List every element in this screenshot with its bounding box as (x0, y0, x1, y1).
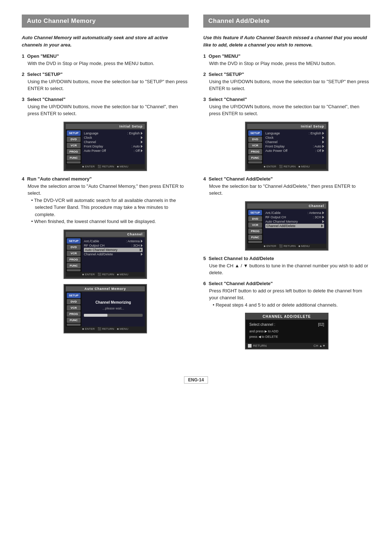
sidebar-prog: PROG (67, 257, 81, 262)
right-step-1-body: With the DVD in Stop or Play mode, press… (209, 60, 370, 67)
add-line: and press ▶ to ADD (249, 329, 324, 334)
right-step-5: 5 Select Channel to Add/Delete Use the C… (203, 256, 370, 276)
left-step-4-bullet1: • The DVD-VCR will automatic search for … (28, 197, 189, 225)
sidebar-extra (67, 324, 81, 326)
right-screen1-content: Language : English Clock Channel Fr (263, 130, 326, 164)
return-text: RETURN (253, 344, 267, 348)
arrow-icon (141, 240, 143, 243)
arrow-icon (321, 224, 323, 227)
right-step-4-body: Move the selection bar to "Channel Add/D… (209, 183, 370, 197)
left-step-3-body: Using the UP/DOWN buttons, move the sele… (28, 103, 189, 117)
right-step-4: 4 Select "Channel Add/Delete" Move the s… (203, 176, 370, 197)
arrow-icon (322, 145, 324, 148)
sidebar-prog: PROG (248, 228, 262, 234)
left-screen2-body: SETUP DVD VCR PROG FUNC Ant./Cable : Ant… (66, 238, 145, 272)
sidebar-func: FUNC (248, 235, 262, 240)
right-intro: Use this feature if Auto Channel Search … (203, 34, 370, 48)
return-label: RETURN (248, 344, 267, 348)
menu-row-channeladddel: Channel Add/Delete (84, 252, 143, 256)
right-screen2-sidebar: SETUP DVD VCR PROG FUNC (247, 209, 263, 244)
page-num-wrap: ENG-14 (22, 365, 370, 384)
arrow-icon (322, 136, 324, 139)
sidebar-setup: SETUP (67, 293, 81, 298)
arrow-icon (140, 248, 142, 251)
right-screen1-sidebar: SETUP DVD VCR PROG FUNC (247, 130, 263, 164)
right-step-1-title: 1 Open "MENU" (203, 53, 370, 59)
menu-row-channel: Channel (84, 140, 143, 144)
left-step-3-title: 3 Select "Channel" (22, 97, 189, 102)
right-step-2: 2 Select "SETUP" Using the UP/DOWN butto… (203, 72, 370, 92)
menu-row-channel: Channel (265, 140, 324, 144)
page-number: ENG-14 (184, 376, 208, 384)
menu-row-language: Language : English (84, 131, 143, 135)
right-step-3: 3 Select "Channel" Using the UP/DOWN but… (203, 97, 370, 117)
arrow-icon (322, 216, 324, 219)
sidebar-dvd: DVD (248, 216, 262, 222)
sidebar-dvd: DVD (248, 137, 262, 142)
square-icon (248, 344, 252, 348)
ch-add-del-footer: RETURN CH ▲▼ (246, 343, 328, 349)
progress-bar-outer (84, 314, 143, 317)
left-progress-screen: Auto Channel Memory SETUP DVD VCR PROG F… (64, 284, 147, 333)
left-step-4-title: 4 Run "Auto channel memory" (22, 176, 189, 182)
sidebar-setup: SETUP (67, 130, 81, 136)
arrow-icon (141, 244, 143, 247)
left-screen2-title: Channel (66, 232, 145, 237)
arrow-icon (141, 132, 143, 135)
sidebar-setup: SETUP (248, 130, 262, 136)
please-wait-label: ...please wait... (102, 307, 124, 310)
right-step-3-title: 3 Select "Channel" (203, 97, 370, 102)
sidebar-func: FUNC (67, 155, 81, 161)
right-screen2-content: Ant./Cable : Antenna RF Output CH : 3CH … (263, 209, 326, 244)
left-step-3: 3 Select "Channel" Using the UP/DOWN but… (22, 97, 189, 117)
menu-row-frontdisplay: Front Display : Auto (84, 144, 143, 149)
delete-line: press ◀ to DELETE (249, 334, 324, 340)
left-screen2-footer: ■ ENTER ⬛ RETURN ■ MENU (66, 272, 145, 277)
arrow-icon (141, 149, 143, 152)
arrow-icon (141, 145, 143, 148)
right-screen1-title: Initial Setup (247, 124, 326, 129)
sidebar-setup: SETUP (67, 238, 81, 244)
sidebar-func: FUNC (248, 155, 262, 161)
arrow-icon (322, 149, 324, 152)
ch-label: CH ▲▼ (314, 344, 326, 348)
left-screen1-footer: ■ ENTER ⬛ RETURN ■ MENU (66, 164, 145, 169)
right-step-2-body: Using the UP/DOWN buttons, move the sele… (209, 78, 370, 92)
menu-row-frontdisplay: Front Display : Auto (265, 144, 324, 149)
left-screen1-title: Initial Setup (66, 124, 145, 129)
left-screen1-body: SETUP DVD VCR PROG FUNC Language : Engli… (66, 130, 145, 164)
arrow-icon (141, 253, 143, 256)
left-step-1-body: With the DVD in Stop or Play mode, press… (28, 60, 189, 67)
sidebar-extra (67, 161, 81, 163)
menu-row-autopoweroff: Auto Power Off : Off (84, 149, 143, 153)
left-step-1: 1 Open "MENU" With the DVD in Stop or Pl… (22, 53, 189, 67)
left-step-4-body: Move the selection arrow to "Auto Channe… (28, 183, 189, 197)
ch-add-del-body: Select channel : [02] and press ▶ to ADD… (246, 320, 328, 343)
right-step-6-bullet: • Repeat steps 4 and 5 to add or delete … (209, 301, 370, 309)
right-step-5-title: 5 Select Channel to Add/Delete (203, 256, 370, 261)
menu-row-channeladddel: Channel Add/Delete (265, 224, 324, 228)
arrow-icon (141, 141, 143, 143)
menu-row-clock: Clock (265, 135, 324, 140)
sidebar-setup: SETUP (248, 210, 262, 215)
menu-row-rfoutput: RF Output CH : 3CH (84, 243, 143, 248)
left-screen2-content: Ant./Cable : Antenna RF Output CH : 3CH … (82, 238, 145, 272)
right-step-2-title: 2 Select "SETUP" (203, 72, 370, 77)
menu-row-clock: Clock (84, 135, 143, 140)
page: Auto Channel Memory Auto Channel Memory … (0, 0, 392, 555)
right-step-4-title: 4 Select "Channel Add/Delete" (203, 176, 370, 182)
ch-add-del-btns: and press ▶ to ADD press ◀ to DELETE (249, 329, 324, 340)
left-column: Auto Channel Memory Auto Channel Memory … (22, 15, 189, 355)
arrow-icon (322, 220, 324, 223)
left-step-2: 2 Select "SETUP" Using the UP/DOWN butto… (22, 72, 189, 92)
left-menu-screen-2: Channel SETUP DVD VCR PROG FUNC Ant./Cab… (64, 230, 147, 279)
menu-row-autochannelmemory: Auto Channel Memory (265, 219, 324, 224)
sidebar-vcr: VCR (67, 143, 81, 148)
sidebar-vcr: VCR (67, 251, 81, 256)
progress-sidebar: SETUP DVD VCR PROG FUNC (66, 292, 82, 327)
sidebar-vcr: VCR (248, 143, 262, 148)
progress-body: SETUP DVD VCR PROG FUNC Channel Memorizi… (66, 292, 145, 327)
right-screen1-body: SETUP DVD VCR PROG FUNC Language : Engli… (247, 130, 326, 164)
arrow-icon (322, 211, 324, 214)
select-channel-value: [02] (318, 323, 324, 327)
